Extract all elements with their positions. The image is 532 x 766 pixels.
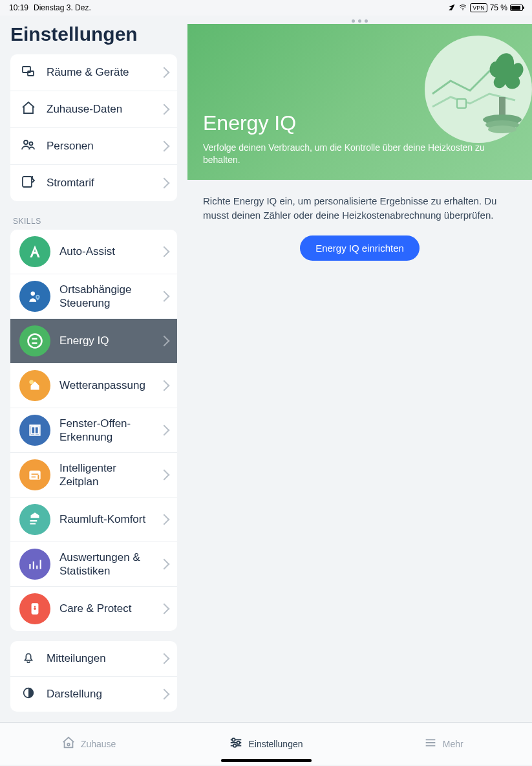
- battery-icon: [510, 5, 523, 11]
- row-label: Auswertungen & Statistiken: [59, 551, 151, 578]
- section-prefs: Mitteilungen Darstellung: [10, 641, 177, 712]
- content-pane: Energy IQ Verfolge deinen Verbrauch, um …: [187, 16, 532, 722]
- location-icon: [448, 3, 456, 13]
- sidebar: Einstellungen Räume & Geräte Zuhause-Dat…: [0, 16, 187, 722]
- skill-weather-adapt[interactable]: Wetteranpassung: [10, 363, 177, 408]
- schedule-icon: [19, 459, 50, 490]
- status-time: 10:19: [9, 3, 28, 12]
- vpn-badge: VPN: [470, 3, 487, 12]
- svg-point-25: [233, 744, 237, 747]
- more-tab-icon: [423, 736, 438, 752]
- home-icon: [19, 100, 37, 118]
- chevron-right-icon: [159, 291, 170, 302]
- row-rooms-devices[interactable]: Räume & Geräte: [10, 54, 177, 91]
- tab-label: Einstellungen: [248, 739, 303, 749]
- row-appearance[interactable]: Darstellung: [10, 676, 177, 712]
- chevron-right-icon: [159, 653, 170, 664]
- skill-schedule[interactable]: Intelligenter Zeitplan: [10, 452, 177, 497]
- row-label: Ortsabhängige Steuerung: [59, 283, 151, 311]
- energy-iq-icon: [19, 325, 50, 356]
- people-icon: [19, 137, 37, 155]
- chevron-right-icon: [159, 425, 170, 436]
- chevron-right-icon: [159, 104, 170, 115]
- appearance-icon: [19, 686, 37, 703]
- svg-rect-13: [37, 475, 39, 479]
- skill-care-protect[interactable]: Care & Protect: [10, 586, 177, 631]
- skill-energy-iq[interactable]: Energy IQ: [10, 318, 177, 363]
- chevron-right-icon: [159, 141, 170, 152]
- page-title: Einstellungen: [0, 16, 187, 54]
- skill-air-comfort[interactable]: Raumluft-Komfort: [10, 497, 177, 542]
- tab-home[interactable]: Zuhause: [0, 723, 177, 765]
- hero-illustration: [425, 36, 532, 143]
- bell-icon: [19, 650, 37, 667]
- skill-auto-assist[interactable]: Auto-Assist: [10, 230, 177, 274]
- row-people[interactable]: Personen: [10, 127, 177, 164]
- drag-handle-dots: [187, 16, 532, 24]
- svg-point-7: [37, 296, 39, 298]
- skill-open-window[interactable]: Fenster-Offen-Erkennung: [10, 408, 177, 452]
- row-notifications[interactable]: Mitteilungen: [10, 641, 177, 676]
- svg-point-8: [28, 334, 42, 348]
- chevron-right-icon: [159, 336, 170, 347]
- hero-banner: Energy IQ Verfolge deinen Verbrauch, um …: [187, 24, 532, 180]
- svg-point-0: [462, 9, 463, 10]
- section-general: Räume & Geräte Zuhause-Daten Personen: [10, 54, 177, 201]
- chevron-right-icon: [159, 246, 170, 257]
- row-label: Fenster-Offen-Erkennung: [59, 417, 151, 444]
- row-label: Auto-Assist: [59, 245, 151, 258]
- row-label: Darstellung: [47, 687, 151, 701]
- row-label: Personen: [47, 139, 151, 153]
- row-label: Care & Protect: [59, 602, 151, 615]
- svg-rect-17: [499, 97, 505, 116]
- battery-pct: 75 %: [490, 3, 507, 12]
- tab-label: Zuhause: [81, 739, 116, 749]
- row-label: Zuhause-Daten: [47, 102, 151, 116]
- setup-energy-iq-button[interactable]: Energy IQ einrichten: [300, 235, 420, 261]
- home-indicator[interactable]: [221, 759, 312, 762]
- chevron-right-icon: [159, 604, 170, 615]
- svg-point-24: [237, 741, 240, 745]
- skill-stats[interactable]: Auswertungen & Statistiken: [10, 542, 177, 586]
- weather-icon: [19, 370, 50, 401]
- row-label: Stromtarif: [47, 176, 151, 190]
- wifi-icon: [458, 3, 467, 13]
- status-date: Dienstag 3. Dez.: [34, 3, 91, 12]
- tab-more[interactable]: Mehr: [355, 723, 532, 765]
- row-home-data[interactable]: Zuhause-Daten: [10, 91, 177, 127]
- hero-subtitle: Verfolge deinen Verbrauch, um die Kontro…: [203, 142, 500, 167]
- skill-geofencing[interactable]: Ortsabhängige Steuerung: [10, 274, 177, 318]
- row-label: Räume & Geräte: [47, 65, 151, 79]
- row-label: Intelligenter Zeitplan: [59, 461, 151, 489]
- geofencing-icon: [19, 281, 50, 312]
- settings-tab-icon: [229, 736, 243, 752]
- status-bar: 10:19 Dienstag 3. Dez. VPN 75 %: [0, 0, 532, 16]
- svg-point-4: [30, 142, 33, 146]
- chevron-right-icon: [159, 559, 170, 570]
- chevron-right-icon: [159, 514, 170, 525]
- skills-header: SKILLS: [0, 212, 187, 230]
- row-label: Wetteranpassung: [59, 378, 151, 392]
- chevron-right-icon: [159, 178, 170, 189]
- home-tab-icon: [61, 736, 76, 752]
- svg-rect-21: [457, 99, 466, 108]
- air-icon: [19, 504, 50, 535]
- row-tariff[interactable]: Stromtarif: [10, 164, 177, 201]
- tab-label: Mehr: [443, 739, 463, 749]
- svg-point-3: [24, 140, 28, 144]
- window-icon: [19, 415, 50, 446]
- row-label: Energy IQ: [59, 334, 151, 347]
- chevron-right-icon: [159, 470, 170, 481]
- svg-rect-5: [23, 177, 32, 187]
- section-skills: Auto-Assist Ortsabhängige Steuerung Ener…: [10, 230, 177, 631]
- stats-icon: [19, 549, 50, 580]
- svg-point-6: [31, 291, 36, 296]
- tariff-icon: [19, 174, 37, 192]
- svg-point-22: [67, 743, 70, 746]
- row-label: Raumluft-Komfort: [59, 512, 151, 526]
- chevron-right-icon: [159, 67, 170, 78]
- chevron-right-icon: [159, 689, 170, 700]
- info-text: Richte Energy IQ ein, um personalisierte…: [187, 180, 532, 232]
- care-protect-icon: [19, 593, 50, 624]
- rooms-devices-icon: [19, 63, 37, 82]
